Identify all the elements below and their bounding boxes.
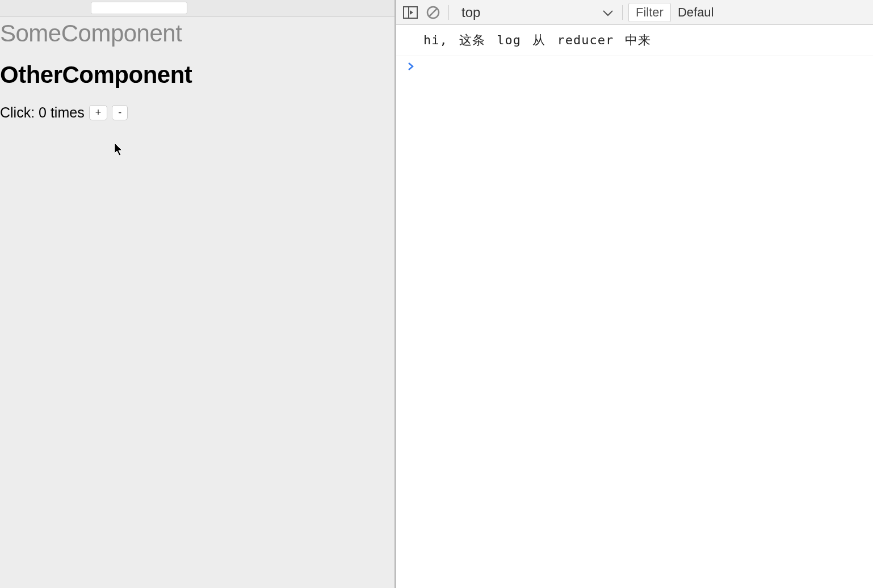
click-label: Click: 0 times: [0, 104, 85, 121]
click-label-suffix: times: [47, 104, 85, 120]
click-count-value: 0: [39, 104, 47, 120]
console-filter-button[interactable]: Filter: [628, 3, 671, 22]
decrement-button[interactable]: -: [112, 105, 128, 121]
increment-button[interactable]: +: [89, 105, 108, 121]
prompt-chevron-icon: [408, 61, 414, 73]
click-label-prefix: Click:: [0, 104, 39, 120]
console-output: hi, 这条 log 从 reducer 中来: [396, 25, 873, 588]
console-log-entry[interactable]: hi, 这条 log 从 reducer 中来: [396, 25, 873, 56]
other-component-heading: OtherComponent: [0, 47, 394, 89]
browser-viewport: SomeComponent OtherComponent Click: 0 ti…: [0, 0, 396, 588]
devtools-panel: top Filter Defaul hi, 这条 log 从 reducer 中…: [396, 0, 873, 588]
devtools-console-toolbar: top Filter Defaul: [396, 0, 873, 25]
execution-context-select[interactable]: top: [455, 5, 616, 20]
some-component-heading: SomeComponent: [0, 17, 394, 47]
svg-rect-1: [404, 7, 409, 18]
toolbar-divider: [622, 5, 623, 20]
toolbar-divider: [448, 5, 449, 20]
console-input-prompt[interactable]: [396, 56, 873, 74]
clear-console-icon: [426, 5, 440, 20]
clear-console-button[interactable]: [423, 3, 443, 22]
mouse-cursor-icon: [115, 143, 125, 157]
chevron-down-icon: [603, 5, 613, 20]
svg-line-3: [429, 9, 437, 16]
toggle-drawer-icon: [403, 6, 418, 19]
counter-row: Click: 0 times + -: [0, 89, 394, 121]
page-content: SomeComponent OtherComponent Click: 0 ti…: [0, 17, 394, 121]
browser-top-bar: [0, 0, 394, 17]
log-level-label[interactable]: Defaul: [674, 5, 714, 20]
toggle-console-drawer-button[interactable]: [401, 3, 420, 22]
execution-context-label: top: [458, 5, 480, 20]
address-bar[interactable]: [91, 2, 187, 14]
